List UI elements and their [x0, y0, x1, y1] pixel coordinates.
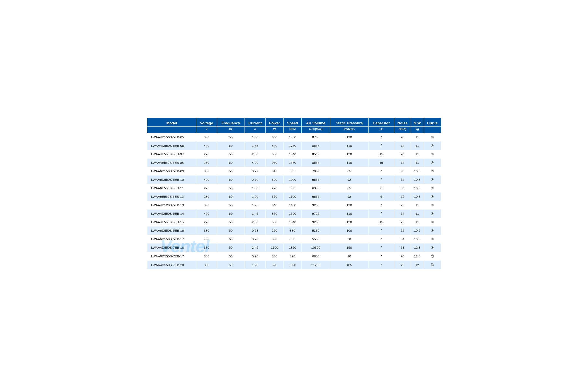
cell-air-volume: 8555	[301, 158, 330, 167]
table-row: LWAA4D550S-5EB-14400601.4585016009725110…	[147, 209, 441, 218]
cell-air-volume: 8546	[301, 150, 330, 158]
cell-model: LWAA4D550S-5EB-06	[147, 141, 196, 150]
table-row: LWAA6D550S-5EB-09380500.72316895700085/6…	[147, 167, 441, 175]
cell-voltage: 220	[196, 218, 217, 226]
header-static-pressure: Static Pressure	[330, 118, 368, 126]
cell-voltage: 400	[196, 235, 217, 243]
cell-speed: 1360	[284, 243, 302, 252]
cell-static-pressure: 85	[330, 167, 368, 175]
cell-static-pressure: 120	[330, 218, 368, 226]
cell-voltage: 380	[196, 167, 217, 175]
cell-frequency: 50	[217, 184, 245, 192]
cell-power: 800	[265, 141, 284, 150]
header-current: Current	[245, 118, 265, 126]
cell-curve: ⑪	[424, 252, 441, 260]
cell-current: 1.55	[245, 141, 265, 150]
cell-frequency: 50	[217, 226, 245, 235]
cell-speed: 890	[284, 252, 302, 260]
cell-speed: 880	[284, 184, 302, 192]
cell-noise: 60	[394, 167, 411, 175]
cell-noise: 74	[394, 209, 411, 218]
cell-static-pressure: 110	[330, 141, 368, 150]
cell-capacitor: /	[368, 201, 394, 209]
cell-frequency: 60	[217, 192, 245, 201]
cell-power: 360	[265, 235, 284, 243]
cell-current: 1.20	[245, 192, 265, 201]
cell-nw: 10.8	[411, 184, 424, 192]
cell-frequency: 60	[217, 175, 245, 184]
table-row: LWAA4D550S-7EB-18380502.4511001360103001…	[147, 243, 441, 252]
cell-capacitor: /	[368, 226, 394, 235]
cell-current: 0.70	[245, 235, 265, 243]
subheader-speed-unit: RPM	[284, 126, 302, 133]
cell-capacitor: /	[368, 141, 394, 150]
cell-frequency: 50	[217, 243, 245, 252]
cell-power: 360	[265, 252, 284, 260]
cell-curve: ⑨	[424, 235, 441, 243]
cell-frequency: 50	[217, 260, 245, 269]
table-row: LWAA4E550S-5EB-07220502.8065013408546120…	[147, 150, 441, 158]
cell-voltage: 380	[196, 201, 217, 209]
cell-voltage: 220	[196, 184, 217, 192]
table-row: LWAA4D520S-5EB-13380501.2664014009260120…	[147, 201, 441, 209]
cell-frequency: 50	[217, 133, 245, 141]
header-power: Power	[265, 118, 284, 126]
table-row: LWAA6D550S-5EB-16380500.582508805330100/…	[147, 226, 441, 235]
cell-current: 2.45	[245, 243, 265, 252]
cell-model: LWAA6D550S-5EB-16	[147, 226, 196, 235]
cell-voltage: 380	[196, 260, 217, 269]
cell-curve: ⑤	[424, 184, 441, 192]
cell-voltage: 400	[196, 141, 217, 150]
table-row: LWAA4D550S-7EB-20380501.2062013201120010…	[147, 260, 441, 269]
cell-frequency: 60	[217, 209, 245, 218]
cell-current: 2.80	[245, 150, 265, 158]
cell-power: 250	[265, 226, 284, 235]
cell-current: 1.26	[245, 201, 265, 209]
cell-frequency: 60	[217, 141, 245, 150]
cell-speed: 1550	[284, 158, 302, 167]
subheader-curve-blank	[424, 126, 441, 133]
cell-speed: 895	[284, 167, 302, 175]
cell-air-volume: 9725	[301, 209, 330, 218]
cell-voltage: 400	[196, 175, 217, 184]
cell-capacitor: /	[368, 243, 394, 252]
cell-noise: 60	[394, 184, 411, 192]
header-frequency: Frequency	[217, 118, 245, 126]
cell-voltage: 230	[196, 158, 217, 167]
cell-speed: 1600	[284, 209, 302, 218]
cell-power: 650	[265, 150, 284, 158]
cell-current: 0.72	[245, 167, 265, 175]
cell-curve: ⑫	[424, 260, 441, 269]
cell-static-pressure: 92	[330, 175, 368, 184]
cell-speed: 1340	[284, 218, 302, 226]
cell-capacitor: 6	[368, 184, 394, 192]
table-row: LWAA4D550S-5EB-06400601.5580017508555110…	[147, 141, 441, 150]
cell-nw: 12.5	[411, 252, 424, 260]
cell-speed: 1340	[284, 150, 302, 158]
cell-capacitor: 15	[368, 218, 394, 226]
cell-curve: ⑩	[424, 243, 441, 252]
cell-current: 2.80	[245, 218, 265, 226]
subheader-nw-unit: kg	[411, 126, 424, 133]
cell-model: LWAA4D550S-5EB-14	[147, 209, 196, 218]
cell-noise: 72	[394, 218, 411, 226]
table-row: LWAA6D550S-5EB-17400600.70360950556590/6…	[147, 235, 441, 243]
cell-model: LWAA6E550S-5EB-11	[147, 184, 196, 192]
table-row: LWAA4D550S-5EB-05380501.3060013608730120…	[147, 133, 441, 141]
subheader-static-pressure-unit: Pa(Max)	[330, 126, 368, 133]
cell-static-pressure: 100	[330, 226, 368, 235]
cell-curve: ⑥	[424, 218, 441, 226]
cell-curve: ②	[424, 158, 441, 167]
cell-speed: 1360	[284, 133, 302, 141]
cell-nw: 11	[411, 133, 424, 141]
cell-model: LWAA4E550S-5EB-07	[147, 150, 196, 158]
cell-capacitor: 15	[368, 158, 394, 167]
cell-static-pressure: 110	[330, 209, 368, 218]
cell-power: 640	[265, 201, 284, 209]
cell-voltage: 220	[196, 150, 217, 158]
cell-capacitor: /	[368, 235, 394, 243]
cell-speed: 950	[284, 235, 302, 243]
table-row: LWAA6E550S-5EB-11220501.0022088063558566…	[147, 184, 441, 192]
cell-noise: 72	[394, 260, 411, 269]
cell-noise: 72	[394, 141, 411, 150]
